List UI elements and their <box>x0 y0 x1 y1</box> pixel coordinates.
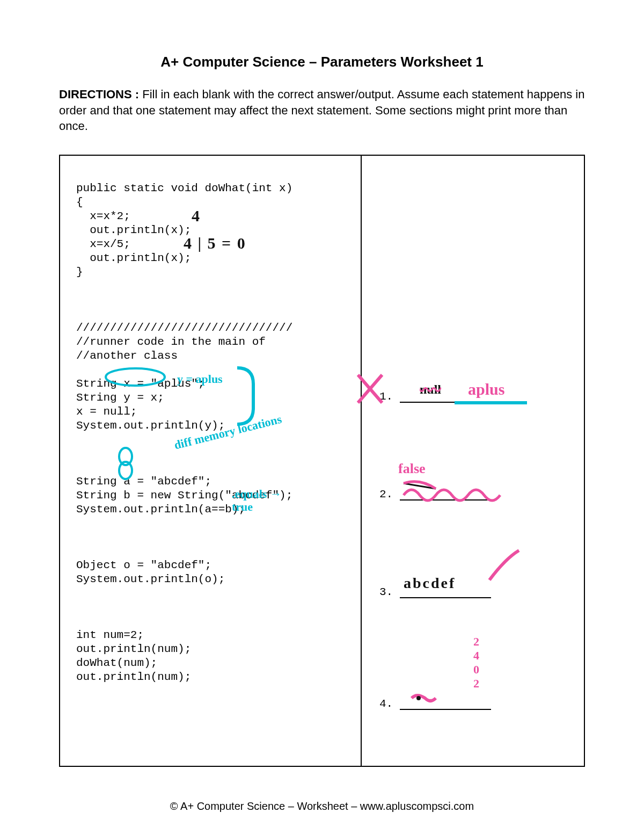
handwritten-note: .equals → true <box>232 488 302 513</box>
handwritten-note: 4 <box>192 207 200 225</box>
answer-number: 1. <box>379 390 396 403</box>
handwritten-answer: 4 <box>473 649 479 663</box>
code-line: //////////////////////////////// <box>76 322 292 334</box>
code-line: System.out.println(y); <box>76 419 225 432</box>
code-line: doWhat(num); <box>76 657 157 669</box>
code-line: Object o = "abcdef"; <box>76 559 211 571</box>
handwritten-answer: aplus <box>468 380 504 398</box>
handwritten-answer: 0 <box>473 663 479 677</box>
answer-number: 2. <box>379 488 396 501</box>
code-line: System.out.println(o); <box>76 573 225 585</box>
code-line: String a = "abcdef"; <box>76 475 211 488</box>
answer-row-2: 2. <box>379 488 578 501</box>
answer-blank <box>400 488 491 501</box>
code-line: } <box>76 266 83 278</box>
handwritten-note: y = aplus <box>177 372 223 386</box>
answer-number: 3. <box>379 586 396 598</box>
worksheet-page: A+ Computer Science – Parameters Workshe… <box>0 0 644 834</box>
code-line: public static void doWhat(int x) <box>76 182 292 194</box>
code-line: x = null; <box>76 405 137 418</box>
worksheet-frame: public static void doWhat(int x) { x=x*2… <box>59 155 585 767</box>
code-line: System.out.println(a==b); <box>76 503 245 516</box>
code-line: x=x/5; <box>76 238 130 250</box>
page-title: A+ Computer Science – Parameters Workshe… <box>59 54 585 70</box>
answer-number: 4. <box>379 698 396 710</box>
page-footer: © A+ Computer Science – Worksheet – www.… <box>0 800 644 813</box>
handwritten-answer: false <box>398 461 426 477</box>
code-line: String y = x; <box>76 391 164 404</box>
code-line: //runner code in the main of <box>76 336 266 348</box>
handwritten-answer: 2 <box>473 677 479 691</box>
handwritten-answer: abcdef <box>404 575 456 592</box>
handwritten-answer: 2 <box>473 635 479 649</box>
code-line: out.println(x); <box>76 224 191 236</box>
code-line: out.println(num); <box>76 671 191 683</box>
directions-label: DIRECTIONS : <box>59 88 142 101</box>
code-line: int num=2; <box>76 629 144 641</box>
code-line: { <box>76 196 83 208</box>
answer-blank <box>400 697 491 710</box>
handwritten-note: 4 | 5 = 0 <box>184 234 246 252</box>
handwritten-answer: null <box>420 382 441 397</box>
code-line: x=x*2; <box>76 210 130 222</box>
code-line: out.println(num); <box>76 643 191 655</box>
answer-row-4: 4. <box>379 697 578 710</box>
code-line: //another class <box>76 350 178 362</box>
code-line: out.println(x); <box>76 252 191 264</box>
vertical-divider <box>361 156 362 766</box>
directions: DIRECTIONS : Fill in each blank with the… <box>59 86 585 134</box>
